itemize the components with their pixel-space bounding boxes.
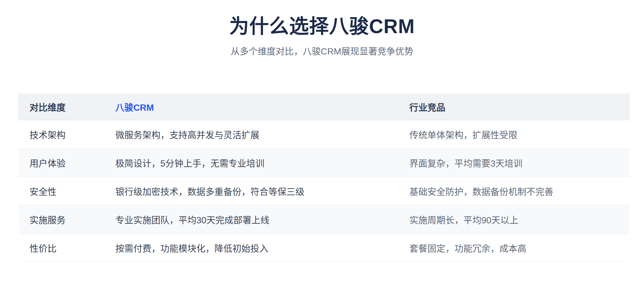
dimension-cell: 用户体验 xyxy=(18,149,115,177)
competitor-cell: 传统单体架构，扩展性受限 xyxy=(409,120,630,149)
table-header-row: 对比维度 八骏CRM 行业竞品 xyxy=(18,94,630,120)
competitor-cell: 界面复杂，平均需要3天培训 xyxy=(409,149,630,177)
competitor-cell: 基础安全防护，数据备份机制不完善 xyxy=(409,177,630,205)
comparison-table-container: 对比维度 八骏CRM 行业竞品 技术架构 微服务架构，支持高并发与灵活扩展 传统… xyxy=(18,94,630,262)
table-row: 性价比 按需付费，功能模块化，降低初始投入 套餐固定，功能冗余，成本高 xyxy=(18,234,630,262)
table-row: 用户体验 极简设计，5分钟上手，无需专业培训 界面复杂，平均需要3天培训 xyxy=(18,149,630,177)
why-choose-section: 为什么选择八骏CRM 从多个维度对比，八骏CRM展现显著竞争优势 对比维度 八骏… xyxy=(0,0,644,291)
bajun-crm-cell: 按需付费，功能模块化，降低初始投入 xyxy=(115,234,409,262)
page-title: 为什么选择八骏CRM xyxy=(0,0,644,38)
dimension-cell: 性价比 xyxy=(18,234,115,262)
column-header-competitor: 行业竞品 xyxy=(409,94,630,120)
table-row: 安全性 银行级加密技术，数据多重备份，符合等保三级 基础安全防护，数据备份机制不… xyxy=(18,177,630,205)
dimension-cell: 安全性 xyxy=(18,177,115,205)
competitor-cell: 实施周期长，平均90天以上 xyxy=(409,205,630,234)
table-row: 实施服务 专业实施团队，平均30天完成部署上线 实施周期长，平均90天以上 xyxy=(18,205,630,234)
dimension-cell: 实施服务 xyxy=(18,205,115,234)
table-row: 技术架构 微服务架构，支持高并发与灵活扩展 传统单体架构，扩展性受限 xyxy=(18,120,630,149)
page-subtitle: 从多个维度对比，八骏CRM展现显著竞争优势 xyxy=(0,46,644,58)
bajun-crm-cell: 专业实施团队，平均30天完成部署上线 xyxy=(115,205,409,234)
competitor-cell: 套餐固定，功能冗余，成本高 xyxy=(409,234,630,262)
bajun-crm-cell: 极简设计，5分钟上手，无需专业培训 xyxy=(115,149,409,177)
bajun-crm-cell: 微服务架构，支持高并发与灵活扩展 xyxy=(115,120,409,149)
comparison-table: 对比维度 八骏CRM 行业竞品 技术架构 微服务架构，支持高并发与灵活扩展 传统… xyxy=(18,94,630,262)
dimension-cell: 技术架构 xyxy=(18,120,115,149)
column-header-bajun-crm: 八骏CRM xyxy=(115,94,409,120)
bajun-crm-cell: 银行级加密技术，数据多重备份，符合等保三级 xyxy=(115,177,409,205)
column-header-dimension: 对比维度 xyxy=(18,94,115,120)
